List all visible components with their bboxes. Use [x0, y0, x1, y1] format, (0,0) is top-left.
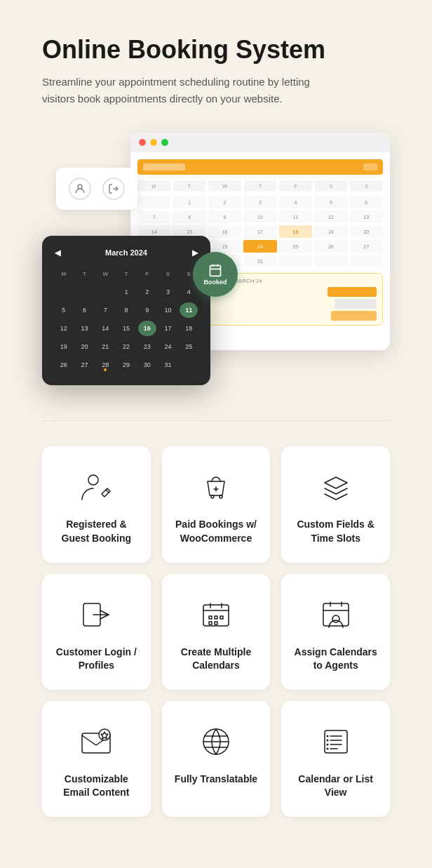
feature-label-calendar-list-view: Calendar or List View [294, 773, 377, 800]
feature-card-customizable-email: Customizable Email Content [42, 701, 151, 817]
login-panel [56, 168, 137, 210]
svg-point-0 [78, 185, 82, 189]
svg-point-8 [332, 615, 339, 622]
shopping-bag-icon [196, 467, 236, 507]
feature-label-customer-login: Customer Login / Profiles [55, 646, 138, 673]
section-divider [42, 420, 390, 421]
feature-label-customizable-email: Customizable Email Content [55, 773, 138, 800]
hero-section: M T W T F S S 123456 78910111213 1415161… [42, 133, 390, 385]
svg-point-10 [99, 729, 110, 740]
feature-card-calendar-list-view: Calendar or List View [281, 701, 390, 817]
feature-label-assign-calendars: Assign Calendars to Agents [294, 646, 377, 673]
login-arrow-icon [76, 595, 116, 634]
globe-icon [196, 722, 236, 761]
list-view-icon [316, 722, 356, 761]
svg-rect-1 [210, 266, 221, 276]
browser-topbar [130, 133, 390, 152]
feature-label-fully-translatable: Fully Translatable [175, 773, 257, 787]
feature-label-multiple-calendars: Create Multiple Calendars [175, 646, 258, 673]
booked-badge: Booked [193, 252, 238, 297]
svg-point-4 [220, 495, 222, 498]
person-edit-icon [76, 467, 116, 507]
feature-card-registered-guest-booking: Registered & Guest Booking [42, 446, 151, 562]
dark-calendar: ◀ March 2024 ▶ M T W T F S S 1 2 3 4 5 6… [42, 236, 210, 385]
svg-rect-6 [203, 605, 229, 626]
cal-nav-row: M T W T F S S [137, 180, 383, 192]
feature-label-custom-fields: Custom Fields & Time Slots [294, 518, 377, 545]
svg-point-2 [88, 475, 98, 485]
browser-maximize-dot [161, 139, 168, 146]
feature-card-customer-login: Customer Login / Profiles [42, 574, 151, 690]
calendar-person-icon [316, 595, 356, 634]
feature-card-fully-translatable: Fully Translatable [162, 701, 271, 817]
feature-card-multiple-calendars: Create Multiple Calendars [162, 574, 271, 690]
dark-cal-header: ◀ March 2024 ▶ [55, 248, 198, 258]
page-subtitle: Streamline your appointment scheduling r… [42, 74, 337, 107]
dark-cal-days: M T W T F S S 1 2 3 4 5 6 7 8 9 10 11 12… [55, 266, 198, 373]
feature-label-paid-bookings: Paid Bookings w/ WooCommerce [175, 518, 258, 545]
svg-point-14 [326, 739, 328, 741]
feature-card-assign-calendars: Assign Calendars to Agents [281, 574, 390, 690]
user-icon [69, 178, 91, 200]
feature-label-registered-guest: Registered & Guest Booking [55, 518, 138, 545]
features-grid: Registered & Guest Booking Paid Bookings… [42, 446, 390, 817]
browser-minimize-dot [150, 139, 157, 146]
feature-card-custom-fields: Custom Fields & Time Slots [281, 446, 390, 562]
logout-icon [102, 178, 125, 200]
svg-point-13 [326, 735, 328, 737]
svg-point-15 [326, 743, 328, 745]
feature-card-paid-bookings: Paid Bookings w/ WooCommerce [162, 446, 271, 562]
svg-point-3 [211, 495, 214, 498]
multi-calendar-icon [196, 595, 236, 634]
page-title: Online Booking System [42, 35, 390, 64]
svg-point-16 [326, 747, 328, 749]
browser-close-dot [139, 139, 146, 146]
layers-icon [316, 467, 356, 507]
email-star-icon [76, 722, 116, 761]
cal-header-bar [137, 159, 383, 175]
